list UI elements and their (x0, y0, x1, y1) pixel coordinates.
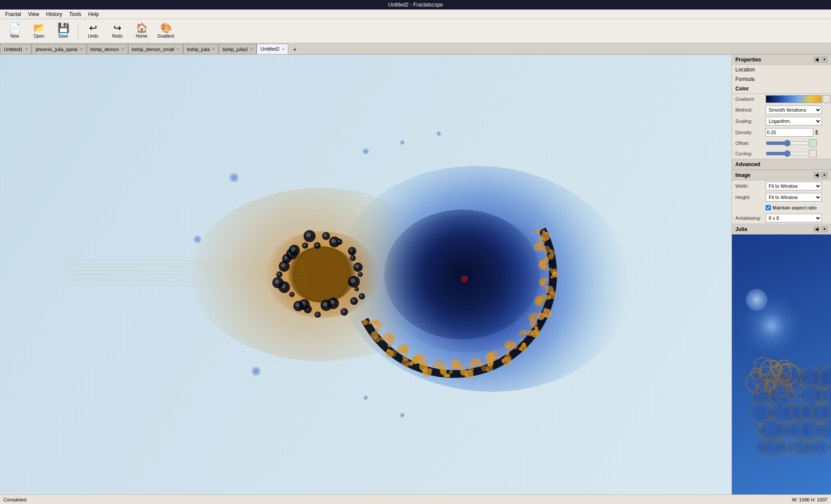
properties-title: Properties (735, 57, 761, 63)
close-tab-bship-demon-small[interactable]: × (177, 47, 179, 51)
close-tab-bship-julia2[interactable]: × (250, 47, 253, 51)
tab-untitled1[interactable]: Untitled1 × (0, 44, 32, 54)
close-tab-phoenix[interactable]: × (80, 47, 83, 51)
redo-button[interactable]: ↪ Redo (106, 21, 129, 42)
maintain-aspect-text: Maintain aspect ratio (773, 205, 817, 210)
method-select[interactable]: Smooth Iterations Iteration Count Angle … (766, 106, 822, 114)
formula-label: Formula (735, 76, 754, 82)
open-label: Open (34, 34, 44, 39)
canvas-area[interactable] (0, 55, 731, 494)
props-item-formula[interactable]: Formula (732, 74, 831, 84)
new-label: New (10, 34, 19, 39)
width-select[interactable]: Fit to Window 800 1024 1280 1920 (766, 182, 822, 190)
method-row: Method: Smooth Iterations Iteration Coun… (732, 104, 831, 116)
gradient-bar[interactable] (766, 95, 822, 103)
julia-preview[interactable] (732, 234, 831, 494)
antialiasing-label: Antialiasing: (735, 215, 766, 221)
close-tab-bship-demon[interactable]: × (122, 47, 124, 51)
titlebar: Untitled2 - Fractalscope (0, 0, 831, 10)
save-button[interactable]: 💾 Save (52, 21, 74, 42)
scaling-label: Scaling: (735, 119, 766, 124)
method-label: Method: (735, 107, 766, 112)
antialiasing-row: Antialiasing: None 2 x 2 4 x 4 8 x 8 (732, 212, 831, 224)
julia-canvas (732, 234, 831, 494)
maintain-aspect-checkbox[interactable] (766, 205, 771, 210)
cycling-slider[interactable] (766, 151, 809, 157)
location-label: Location (735, 67, 755, 73)
close-tab-bship-julia[interactable]: × (212, 47, 215, 51)
new-icon: 📄 (9, 23, 21, 33)
color-section: Gradient: Method: Smooth Iterations Iter… (732, 94, 831, 159)
density-label: Density: (735, 130, 766, 135)
gradient-button[interactable]: 🎨 Gradient (155, 21, 177, 42)
scaling-select[interactable]: Logarithm Linear Square Root (766, 117, 822, 125)
tab-label: bship_demon_small (132, 47, 174, 52)
density-input[interactable] (766, 128, 813, 137)
props-item-location[interactable]: Location (732, 65, 831, 74)
julia-header: Julia ◀ × (732, 224, 831, 234)
image-title: Image (735, 172, 750, 178)
properties-collapse-btn[interactable]: ◀ (814, 57, 820, 63)
new-button[interactable]: 📄 New (3, 21, 26, 42)
image-section: Image ◀ × Width: Fit to Window 800 1024 … (732, 170, 831, 224)
tab-bship-julia2[interactable]: bship_julia2 × (219, 44, 257, 54)
color-label: Color (735, 86, 749, 92)
cycling-label: Cycling: (735, 151, 766, 156)
menubar: Fractal View History Tools Help (0, 10, 831, 19)
gradient-icon: 🎨 (160, 23, 172, 33)
antialiasing-select[interactable]: None 2 x 2 4 x 4 8 x 8 (766, 214, 822, 222)
close-tab-untitled2[interactable]: × (282, 47, 285, 51)
props-item-color[interactable]: Color (732, 84, 831, 93)
menu-fractal[interactable]: Fractal (2, 10, 25, 18)
tab-label: bship_demon (90, 47, 119, 52)
menu-history[interactable]: History (42, 10, 65, 18)
tab-label: Untitled1 (4, 47, 23, 52)
maintain-aspect-label[interactable]: Maintain aspect ratio (766, 205, 817, 210)
density-spin[interactable]: ⇕ (814, 129, 819, 136)
tab-untitled2[interactable]: Untitled2 × (257, 44, 288, 54)
home-button[interactable]: 🏠 Home (130, 21, 153, 42)
image-close-btn[interactable]: × (821, 172, 828, 178)
cycling-color-box[interactable] (809, 150, 817, 157)
offset-slider[interactable] (766, 140, 809, 146)
menu-tools[interactable]: Tools (66, 10, 85, 18)
toolbar-divider-1 (78, 22, 78, 40)
menu-help[interactable]: Help (85, 10, 103, 18)
add-tab-button[interactable]: + (290, 45, 300, 54)
menu-view[interactable]: View (25, 10, 43, 18)
julia-controls: ◀ × (814, 226, 828, 232)
image-header: Image ◀ × (732, 170, 831, 180)
gradient-end-box[interactable] (823, 95, 831, 103)
tab-phoenix-julia-spiral[interactable]: phoenix_julia_spiral × (32, 44, 86, 54)
close-tab-untitled1[interactable]: × (25, 47, 28, 51)
properties-header: Properties ◀ × (732, 55, 831, 65)
tab-bship-demon[interactable]: bship_demon × (87, 44, 128, 54)
maintain-aspect-row: Maintain aspect ratio (732, 203, 831, 212)
properties-controls: ◀ × (814, 57, 828, 63)
image-controls: ◀ × (814, 172, 828, 178)
undo-label: Undo (88, 34, 98, 39)
offset-label: Offset: (735, 141, 766, 146)
right-panel: Properties ◀ × Location Formula Color Gr… (731, 55, 831, 494)
main-area: Properties ◀ × Location Formula Color Gr… (0, 55, 831, 494)
toolbar: 📄 New 📂 Open 💾 Save ↩ Undo ↪ Redo 🏠 Home… (0, 19, 831, 43)
image-collapse-btn[interactable]: ◀ (814, 172, 820, 178)
properties-close-btn[interactable]: × (821, 57, 828, 63)
width-row: Width: Fit to Window 800 1024 1280 1920 (732, 180, 831, 192)
save-icon: 💾 (58, 23, 69, 33)
open-button[interactable]: 📂 Open (28, 21, 50, 42)
scaling-row: Scaling: Logarithm Linear Square Root (732, 116, 831, 127)
julia-title: Julia (735, 226, 747, 232)
density-row: Density: ⇕ (732, 127, 831, 138)
offset-color-box[interactable] (809, 139, 817, 147)
tab-bship-julia[interactable]: bship_julia × (183, 44, 219, 54)
julia-close-btn[interactable]: × (821, 226, 828, 232)
tab-label: bship_julia2 (222, 47, 248, 52)
fractal-canvas[interactable] (0, 55, 731, 494)
julia-collapse-btn[interactable]: ◀ (814, 226, 820, 232)
title-text: Untitled2 - Fractalscope (388, 2, 443, 8)
status-text: Completed (3, 497, 26, 502)
tab-bship-demon-small[interactable]: bship_demon_small × (128, 44, 184, 54)
undo-button[interactable]: ↩ Undo (82, 21, 104, 42)
height-select[interactable]: Fit to Window 600 768 1024 1080 (766, 193, 822, 202)
